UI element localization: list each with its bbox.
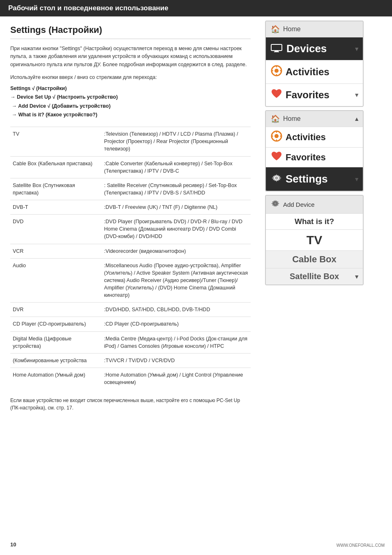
tv-screen-icon <box>271 44 282 52</box>
settings2-icon <box>271 172 282 186</box>
sidebar3-add-device-label: Add Device <box>283 201 315 208</box>
svg-point-10 <box>274 134 279 138</box>
favorites-icon <box>271 88 282 102</box>
table-row: DVB-T:DVB-T / Freeview (UK) / TNT (F) / … <box>10 200 251 215</box>
device-name-cell: DVR <box>10 303 101 317</box>
home2-icon: 🏠 <box>271 114 280 123</box>
satellite-box-arrow-down: ▼ <box>354 273 360 280</box>
nav-item-3: → Add Device √ (Добавить устройство) <box>10 102 251 111</box>
device-name-cell: VCR <box>10 244 101 258</box>
heart-icon <box>271 88 282 99</box>
sidebar2-item-favorites[interactable]: Favorites <box>266 148 363 167</box>
sidebar2-favorites-label: Favorites <box>286 152 326 163</box>
sidebar2-activities-label: Activities <box>286 132 326 143</box>
device-table: TV:Television (Телевизор) / HDTV / LCD /… <box>10 127 251 389</box>
page-header: Рабочий стол и повседневное использовани… <box>0 0 392 16</box>
sidebar-item-favorites[interactable]: Favorites ▼ <box>266 84 363 106</box>
nav-item-4: → What is it? (Какое устройство?) <box>10 111 251 119</box>
table-row: Cable Box (Кабельная приставка):Cable Co… <box>10 156 251 178</box>
settings-arrow-down: ▼ <box>354 176 360 183</box>
device-name-cell: (Комбинированные устройства <box>10 353 101 368</box>
main-layout: Settings (Настройки) При нажатии кнопки … <box>0 16 392 420</box>
page-number: 10 <box>10 541 16 548</box>
sidebar2-settings-label: Settings <box>286 173 328 185</box>
device-description-cell: :Media Centre (Медиа-центр) / i-Pod Dock… <box>101 331 251 353</box>
sidebar3-item-add-device[interactable]: Add Device <box>266 196 363 214</box>
device-name-cell: Home Automation (Умный дом) <box>10 368 101 389</box>
device-description-cell: :Television (Телевизор) / HDTV / LCD / P… <box>101 127 251 156</box>
sidebar-home-label: Home <box>283 25 301 33</box>
gear-icon <box>271 172 282 184</box>
table-row: TV:Television (Телевизор) / HDTV / LCD /… <box>10 127 251 156</box>
device-name-cell: CD Player (CD-проигрыватель) <box>10 317 101 331</box>
home-icon: 🏠 <box>271 25 280 34</box>
sidebar-item-home[interactable]: 🏠 Home <box>266 21 363 37</box>
sidebar3-what-is-it-label: What is it? <box>295 217 334 226</box>
website-url: WWW.ONEFORALL.COM <box>337 543 385 548</box>
sidebar2-item-settings[interactable]: Settings ▼ <box>266 167 363 191</box>
table-row: Audio:Miscellaneous Audio (Прочее аудио-… <box>10 258 251 303</box>
sidebar-item-activities[interactable]: Activities <box>266 60 363 84</box>
favorites-arrow-down: ▼ <box>354 92 360 98</box>
sidebar3-item-cable-box[interactable]: Cable Box <box>266 251 363 268</box>
sidebar-item-devices[interactable]: Devices ▼ <box>266 37 363 60</box>
header-title: Рабочий стол и повседневное использовани… <box>8 4 168 12</box>
right-sidebar: 🏠 Home Devices ▼ <box>261 16 368 420</box>
activities2-svg-icon <box>271 130 282 142</box>
sidebar-devices-label: Devices <box>286 42 327 55</box>
nav-instruction: Используйте кнопки вверх / вниз со стрел… <box>10 74 251 80</box>
activities-svg-icon <box>271 65 282 76</box>
devices-arrow-down: ▼ <box>354 46 360 52</box>
sidebar3-item-satellite-box[interactable]: Satellite Box ▼ <box>266 268 363 284</box>
device-name-cell: Cable Box (Кабельная приставка) <box>10 156 101 178</box>
table-row: Satellite Box (Спутниковая приставка): S… <box>10 178 251 200</box>
table-row: (Комбинированные устройства:TV/VCR / TV/… <box>10 353 251 368</box>
svg-rect-0 <box>271 44 282 51</box>
device-name-cell: Satellite Box (Спутниковая приставка) <box>10 178 101 200</box>
activities2-icon <box>271 130 282 144</box>
device-description-cell: :Cable Converter (Кабельный конвертер) /… <box>101 156 251 178</box>
table-row: VCR:Videorecorder (видеомагнитофон) <box>10 244 251 258</box>
device-description-cell: :DVD/HDD, SAT/HDD, CBL/HDD, DVB-T/HDD <box>101 303 251 317</box>
device-description-cell: :Miscellaneous Audio (Прочее аудио-устро… <box>101 258 251 303</box>
sidebar3-tv-label: TV <box>307 233 322 247</box>
sidebar-menu-block-3: Add Device What is it? TV Cable Box Sate… <box>265 195 364 285</box>
devices-icon <box>271 42 282 55</box>
svg-point-4 <box>274 69 279 73</box>
sidebar-favorites-label: Favorites <box>286 89 330 101</box>
sidebar2-home-label: Home <box>283 115 301 123</box>
table-row: Home Automation (Умный дом):Home Automat… <box>10 368 251 389</box>
sidebar3-item-what-is-it[interactable]: What is it? <box>266 214 363 230</box>
heart2-icon <box>271 151 282 162</box>
home2-arrow-up: ▲ <box>354 116 360 122</box>
favorites2-icon <box>271 151 282 164</box>
table-row: CD Player (CD-проигрыватель):CD Player (… <box>10 317 251 331</box>
nav-item-1: Settings √ (Настройки) <box>10 84 251 93</box>
device-description-cell: :DVB-T / Freeview (UK) / TNT (F) / Digit… <box>101 200 251 215</box>
sidebar3-satellite-box-label: Satellite Box <box>290 272 339 281</box>
page-title: Settings (Настройки) <box>10 25 251 39</box>
nav-item-2: → Device Set Up √ (Настроить устройство) <box>10 93 251 102</box>
device-name-cell: TV <box>10 127 101 156</box>
table-row: Digital Media (Цифровые устройства):Medi… <box>10 331 251 353</box>
sidebar3-item-tv[interactable]: TV <box>266 230 363 251</box>
device-description-cell: :Home Automation (Умный дом) / Light Con… <box>101 368 251 389</box>
table-row: DVD:DVD Player (Проигрыватель DVD) / DVD… <box>10 215 251 244</box>
device-description-cell: :CD Player (CD-проигрыватель) <box>101 317 251 331</box>
sidebar2-item-activities[interactable]: Activities <box>266 127 363 148</box>
sidebar-activities-label: Activities <box>286 66 330 78</box>
footer-note: Если ваше устройство не входит список пе… <box>10 397 251 412</box>
table-row: DVR:DVD/HDD, SAT/HDD, CBL/HDD, DVB-T/HDD <box>10 303 251 317</box>
gear-add-icon <box>271 199 280 208</box>
sidebar2-item-home[interactable]: 🏠 Home ▲ <box>266 111 363 127</box>
device-name-cell: Digital Media (Цифровые устройства) <box>10 331 101 353</box>
left-content: Settings (Настройки) При нажатии кнопки … <box>0 16 261 420</box>
nav-tree: Settings √ (Настройки) → Device Set Up √… <box>10 84 251 119</box>
activities-icon <box>271 65 282 79</box>
sidebar-menu-block-1: 🏠 Home Devices ▼ <box>265 21 364 107</box>
device-description-cell: :TV/VCR / TV/DVD / VCR/DVD <box>101 353 251 368</box>
device-name-cell: DVD <box>10 215 101 244</box>
device-description-cell: :Videorecorder (видеомагнитофон) <box>101 244 251 258</box>
device-name-cell: Audio <box>10 258 101 303</box>
sidebar3-cable-box-label: Cable Box <box>292 254 337 265</box>
